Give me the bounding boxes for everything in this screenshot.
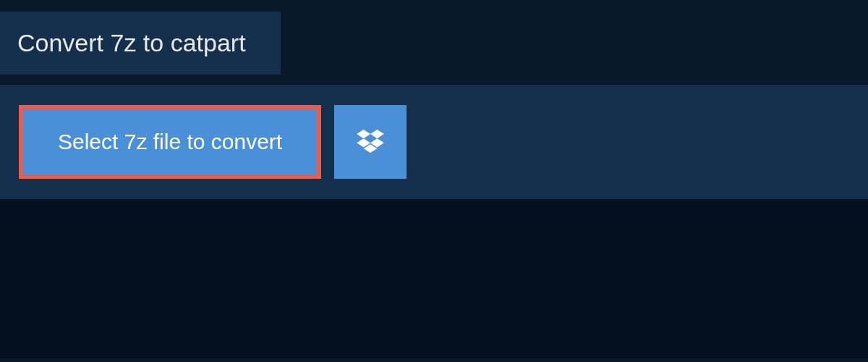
select-file-button[interactable]: Select 7z file to convert	[19, 105, 321, 179]
spacer	[0, 75, 868, 85]
select-file-label: Select 7z file to convert	[58, 130, 282, 154]
dropbox-button[interactable]	[334, 105, 407, 179]
header-tab: Convert 7z to catpart	[0, 12, 281, 75]
action-panel: Select 7z file to convert	[0, 85, 868, 199]
page-title: Convert 7z to catpart	[17, 29, 246, 57]
bottom-area	[0, 199, 868, 358]
dropbox-icon	[357, 130, 384, 155]
